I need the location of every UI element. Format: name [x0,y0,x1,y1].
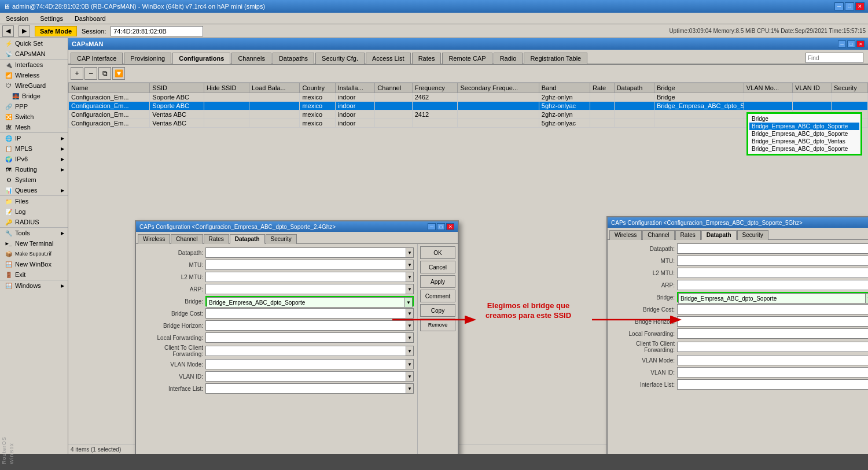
sidebar-item-queues[interactable]: 📊 Queues ▶ [0,185,68,195]
copy-button[interactable]: ⧉ [98,67,111,80]
tab-radio[interactable]: Radio [494,53,523,64]
sidebar-item-capsman[interactable]: 📡 CAPsMAN [0,49,68,59]
vlan-mode-dropdown[interactable]: ▼ [406,359,414,369]
sidebar-item-log[interactable]: 📝 Log [0,206,68,217]
dlg-left-tab-rates[interactable]: Rates [204,234,229,244]
bridge-item-ventas[interactable]: Bridge_Empresa_ABC_dpto_Ventas [749,138,859,145]
col-channel[interactable]: Channel [375,83,413,93]
comment-button-left[interactable]: Comment [420,290,455,302]
col-vlan-mode[interactable]: VLAN Mo... [744,83,792,93]
vlan-id-dropdown[interactable]: ▼ [406,371,414,382]
arp-input[interactable] [205,284,406,294]
sidebar-item-radius[interactable]: 🔑 RADIUS [0,217,68,227]
col-bridge[interactable]: Bridge [654,83,744,93]
col-load-bal[interactable]: Load Bala... [249,83,299,93]
tab-security-cfg[interactable]: Security Cfg. [315,53,365,64]
col-datapath[interactable]: Datapath [614,83,654,93]
maximize-button[interactable]: □ [845,2,854,10]
vlan-id-input-r[interactable] [677,367,868,378]
local-forwarding-dropdown[interactable]: ▼ [406,332,414,343]
dlg-left-tab-datapath[interactable]: Datapath [230,234,265,244]
filter-button[interactable]: 🔽 [112,67,125,80]
arp-dropdown[interactable]: ▼ [406,284,414,294]
col-install[interactable]: Installa... [335,83,374,93]
sidebar-item-routing[interactable]: 🗺 Routing ▶ [0,164,68,175]
table-row-selected[interactable]: Configuracion_Em... Soporte ABC mexico i… [69,102,868,110]
minimize-button[interactable]: ─ [834,2,844,10]
col-security[interactable]: Security [831,83,867,93]
bridge-cost-input[interactable] [205,308,406,319]
bridge-horizon-input[interactable] [205,320,406,331]
dlg-right-tab-datapath[interactable]: Datapath [701,230,737,240]
dlg-left-tab-security[interactable]: Security [266,234,297,244]
sidebar-item-make-supout[interactable]: 📦 Make Supout.rif [0,249,68,259]
capsman-maximize[interactable]: □ [847,40,855,47]
menu-settings[interactable]: Settings [36,14,67,23]
safe-mode-button[interactable]: Safe Mode [35,26,77,36]
sidebar-item-exit[interactable]: 🚪 Exit [0,269,68,280]
client-forwarding-dropdown[interactable]: ▼ [406,346,414,356]
interface-list-input[interactable] [205,383,406,394]
dlg-right-tab-wireless[interactable]: Wireless [609,230,642,240]
sidebar-item-wireless[interactable]: 📶 Wireless [0,70,68,80]
add-button[interactable]: + [71,67,83,80]
dlg-left-tab-wireless[interactable]: Wireless [138,234,170,244]
close-button[interactable]: ✕ [855,2,865,10]
sidebar-item-tools[interactable]: 🔧 Tools ▶ [0,228,68,238]
bridge-horizon-input-r[interactable] [677,316,868,327]
dlg-right-tab-rates[interactable]: Rates [675,230,701,240]
sidebar-item-mpls[interactable]: 📋 MPLS ▶ [0,143,68,154]
ok-button-left[interactable]: OK [420,246,455,259]
col-band[interactable]: Band [539,83,590,93]
sidebar-item-bridge[interactable]: 🌉 Bridge [0,91,68,101]
bridge-dropdown[interactable]: ▼ [404,297,413,308]
mtu-input-r[interactable] [677,256,868,266]
bridge-item-soporte-selected[interactable]: Bridge_Empresa_ABC_dpto_Soporte [749,123,859,130]
l2mtu-input[interactable] [205,272,406,282]
mtu-dropdown[interactable]: ▼ [406,260,414,270]
sidebar-item-system[interactable]: ⚙ System [0,175,68,185]
sidebar-item-quickset[interactable]: ⚡ Quick Set [0,38,68,49]
sidebar-item-windows[interactable]: 🪟 Windows ▶ [0,280,68,291]
menu-dashboard[interactable]: Dashboard [71,14,109,23]
local-forwarding-input-r[interactable] [677,328,868,339]
dlg-right-tab-channel[interactable]: Channel [642,230,674,240]
find-input[interactable] [806,53,863,63]
tab-channels[interactable]: Channels [231,53,271,64]
vlan-mode-input-r[interactable] [677,355,868,365]
bridge-item-0[interactable]: Bridge [749,115,859,123]
col-country[interactable]: Country [300,83,335,93]
sidebar-item-new-terminal[interactable]: ▶_ New Terminal [0,238,68,249]
bridge-horizon-dropdown[interactable]: ▼ [406,320,414,331]
col-hide-ssid[interactable]: Hide SSID [204,83,249,93]
sidebar-item-new-winbox[interactable]: 🪟 New WinBox [0,259,68,269]
tab-rates[interactable]: Rates [412,53,442,64]
sidebar-item-wireguard[interactable]: 🛡 WireGuard [0,80,68,91]
tab-datapaths[interactable]: Datapaths [273,53,314,64]
col-sec-freq[interactable]: Secondary Freque... [458,83,539,93]
col-ssid[interactable]: SSID [150,83,204,93]
sidebar-item-ppp[interactable]: 🔗 PPP [0,101,68,112]
sidebar-item-interfaces[interactable]: 🔌 Interfaces [0,60,68,70]
datapath-input-r[interactable] [677,243,868,254]
dialog-left-maximize[interactable]: □ [437,223,445,230]
interface-list-input-r[interactable] [677,379,868,390]
menu-session[interactable]: Session [2,14,32,23]
datapath-input[interactable] [205,247,406,258]
forward-button[interactable]: ▶ [19,25,30,37]
session-input[interactable] [111,26,203,36]
col-name[interactable]: Name [69,83,150,93]
col-vlan-id[interactable]: VLAN ID [793,83,832,93]
local-forwarding-input[interactable] [205,332,406,343]
datapath-dropdown[interactable]: ▼ [406,247,414,258]
apply-button-left[interactable]: Apply [420,275,455,288]
tab-configurations[interactable]: Configurations [172,53,230,64]
table-row[interactable]: Configuracion_Em... Soporte ABC mexico i… [69,93,868,102]
sidebar-item-files[interactable]: 📁 Files [0,196,68,206]
capsman-close[interactable]: ✕ [856,40,865,47]
vlan-mode-input[interactable] [205,359,406,369]
remove-button[interactable]: − [84,67,97,80]
col-frequency[interactable]: Frequency [412,83,458,93]
copy-button-left[interactable]: Copy [420,304,455,317]
bridge-dropdown-r[interactable]: ▼ [865,293,868,304]
